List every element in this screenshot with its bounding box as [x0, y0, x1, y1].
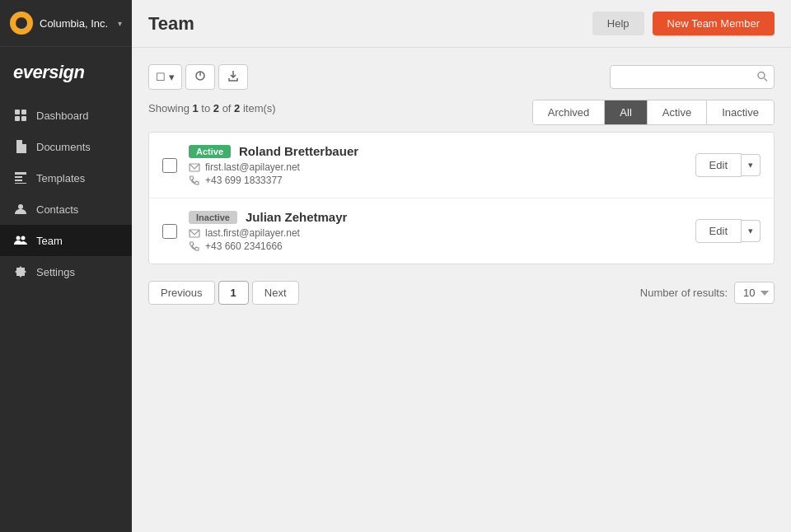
- help-button[interactable]: Help: [592, 12, 644, 35]
- svg-rect-1: [21, 110, 26, 114]
- member-name-1: Roland Bretterbauer: [239, 144, 358, 158]
- email-row-1: first.last@apilayer.net: [189, 161, 695, 173]
- toolbar: ☐ ▾: [148, 64, 775, 90]
- member-email-1: first.last@apilayer.net: [205, 161, 300, 173]
- phone-icon: [189, 240, 200, 252]
- table-row: Active Roland Bretterbauer first.last@ap…: [149, 133, 774, 198]
- filter-tab-all[interactable]: All: [605, 100, 647, 124]
- row-contact-1: first.last@apilayer.net +43 699 1833377: [189, 161, 695, 186]
- member-email-2: last.first@apilayer.net: [205, 227, 300, 239]
- sidebar-item-label: Settings: [36, 266, 75, 278]
- status-badge-inactive: Inactive: [189, 211, 237, 224]
- main-content: Team Help New Team Member ☐ ▾: [132, 0, 791, 532]
- settings-icon: [13, 264, 28, 279]
- archive-button[interactable]: [185, 64, 215, 90]
- next-page-button[interactable]: Next: [252, 281, 299, 305]
- member-phone-2: +43 660 2341666: [205, 240, 283, 252]
- filter-tab-active[interactable]: Active: [648, 100, 707, 124]
- results-select[interactable]: 10 25 50: [734, 282, 775, 304]
- sidebar-nav: Dashboard Documents Templates Contacts T…: [0, 95, 132, 532]
- sidebar-item-label: Templates: [36, 172, 85, 184]
- phone-row-2: +43 660 2341666: [189, 240, 695, 252]
- company-header[interactable]: Columbia, Inc. ▾: [0, 0, 132, 47]
- row-checkbox-2[interactable]: [162, 224, 177, 239]
- contacts-icon: [13, 202, 28, 217]
- topbar-actions: Help New Team Member: [592, 12, 775, 35]
- sidebar-item-documents[interactable]: Documents: [0, 131, 132, 162]
- search-container: [610, 65, 775, 89]
- svg-point-9: [758, 72, 765, 78]
- new-team-member-button[interactable]: New Team Member: [653, 12, 775, 35]
- row-actions-1: Edit ▾: [695, 153, 761, 177]
- email-icon: [189, 227, 200, 239]
- current-page-button[interactable]: 1: [218, 281, 249, 305]
- table-row: Inactive Julian Zehetmayr last.first@api…: [149, 198, 774, 264]
- edit-dropdown-button-2[interactable]: ▾: [742, 220, 761, 242]
- sidebar-item-label: Contacts: [36, 203, 78, 216]
- page-title: Team: [148, 13, 194, 35]
- results-label: Number of results:: [640, 287, 728, 299]
- showing-from: 1: [192, 102, 198, 114]
- chevron-down-icon: ▾: [118, 19, 122, 28]
- sidebar-item-label: Dashboard: [36, 110, 89, 122]
- sidebar-item-settings[interactable]: Settings: [0, 256, 132, 287]
- search-input[interactable]: [610, 65, 775, 89]
- sidebar-item-label: Team: [36, 235, 63, 247]
- sidebar-item-contacts[interactable]: Contacts: [0, 194, 132, 225]
- svg-line-10: [765, 78, 768, 82]
- content-area: ☐ ▾: [132, 48, 791, 532]
- filter-tab-inactive[interactable]: Inactive: [707, 100, 774, 124]
- sidebar-item-templates[interactable]: Templates: [0, 162, 132, 194]
- documents-icon: [13, 139, 28, 154]
- edit-button-2[interactable]: Edit: [695, 219, 742, 243]
- status-badge-active: Active: [189, 145, 231, 158]
- svg-rect-2: [15, 116, 20, 121]
- member-name-2: Julian Zehetmayr: [246, 210, 347, 224]
- edit-button-1[interactable]: Edit: [695, 153, 742, 177]
- email-icon: [189, 161, 200, 173]
- member-phone-1: +43 699 1833377: [205, 175, 283, 186]
- filter-tabs: Archived All Active Inactive: [532, 100, 775, 125]
- company-name: Columbia, Inc.: [40, 17, 118, 30]
- download-button[interactable]: [218, 64, 248, 90]
- company-logo: [10, 12, 33, 35]
- toolbar-left: ☐ ▾: [148, 64, 248, 90]
- team-icon: [13, 233, 28, 248]
- topbar: Team Help New Team Member: [132, 0, 791, 48]
- sidebar-item-team[interactable]: Team: [0, 225, 132, 256]
- sidebar: Columbia, Inc. ▾ eversign Dashboard Docu…: [0, 0, 132, 532]
- row-info-1: Active Roland Bretterbauer first.last@ap…: [189, 144, 695, 186]
- eversign-logo: eversign: [0, 47, 132, 95]
- edit-dropdown-button-1[interactable]: ▾: [742, 154, 761, 176]
- select-dropdown-button[interactable]: ☐ ▾: [148, 64, 182, 90]
- svg-point-5: [16, 236, 21, 240]
- power-icon: [194, 70, 206, 84]
- svg-point-6: [21, 236, 26, 240]
- showing-to: 2: [213, 102, 219, 114]
- filter-tab-archived[interactable]: Archived: [533, 100, 606, 124]
- svg-point-4: [18, 204, 23, 209]
- checkbox-icon: ☐: [156, 71, 166, 83]
- results-per-page: Number of results: 10 25 50: [640, 282, 775, 304]
- row-info-2: Inactive Julian Zehetmayr last.first@api…: [189, 210, 695, 252]
- showing-text: Showing 1 to 2 of 2 item(s): [148, 102, 276, 114]
- phone-icon: [189, 175, 200, 186]
- dashboard-icon: [13, 108, 28, 123]
- svg-rect-3: [21, 116, 26, 121]
- previous-page-button[interactable]: Previous: [148, 281, 215, 305]
- row-checkbox-1[interactable]: [162, 158, 177, 173]
- row-contact-2: last.first@apilayer.net +43 660 2341666: [189, 227, 695, 252]
- search-icon: [756, 70, 768, 84]
- row-actions-2: Edit ▾: [695, 219, 761, 243]
- team-table: Active Roland Bretterbauer first.last@ap…: [148, 132, 775, 264]
- email-row-2: last.first@apilayer.net: [189, 227, 695, 239]
- pagination-row: Previous 1 Next Number of results: 10 25…: [148, 281, 775, 305]
- sidebar-item-dashboard[interactable]: Dashboard: [0, 100, 132, 131]
- phone-row-1: +43 699 1833377: [189, 175, 695, 186]
- pagination-buttons: Previous 1 Next: [148, 281, 299, 305]
- svg-rect-0: [15, 110, 20, 114]
- sidebar-item-label: Documents: [36, 141, 91, 153]
- download-icon: [227, 70, 239, 84]
- chevron-down-icon: ▾: [169, 71, 175, 83]
- templates-icon: [13, 170, 28, 185]
